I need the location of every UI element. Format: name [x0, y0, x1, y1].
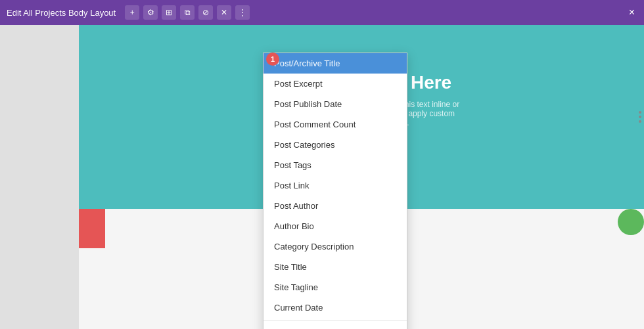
- dropdown-item-author-bio[interactable]: Author Bio: [264, 216, 407, 236]
- dropdown-item-post-link[interactable]: Post Link: [264, 175, 407, 196]
- dropdown-menu: Post/Archive Title Post Excerpt Post Pub…: [263, 53, 407, 329]
- main-area: Your Title Goes Here Your content goes h…: [0, 25, 644, 329]
- layout-icon[interactable]: ⊞: [162, 5, 176, 20]
- dropdown-item-post-author[interactable]: Post Author: [264, 196, 407, 216]
- copy-icon[interactable]: ⧉: [180, 5, 195, 20]
- dropdown-item-post-comment-count[interactable]: Post Comment Count: [264, 114, 407, 135]
- left-sidebar-strip: [0, 25, 79, 329]
- settings-icon[interactable]: ⚙: [143, 5, 158, 20]
- close-button[interactable]: ×: [626, 4, 637, 21]
- title-bar-title: Edit All Projects Body Layout: [7, 8, 116, 18]
- dropdown-item-site-title[interactable]: Site Title: [264, 257, 407, 277]
- dropdown-badge: 1: [266, 53, 279, 66]
- dropdown-item-post-categories[interactable]: Post Categories: [264, 135, 407, 155]
- section-dots-right[interactable]: [636, 108, 644, 125]
- add-icon[interactable]: +: [125, 5, 139, 20]
- dropdown-item-site-tagline[interactable]: Site Tagline: [264, 277, 407, 297]
- delete-icon[interactable]: ✕: [217, 5, 231, 20]
- dropdown-item-current-date[interactable]: Current Date: [264, 297, 407, 318]
- disable-icon[interactable]: ⊘: [198, 5, 213, 20]
- dropdown-divider-1: [264, 320, 407, 321]
- dropdown-item-post-archive-title[interactable]: Post/Archive Title: [264, 53, 407, 74]
- dropdown-section-custom-fields: Custom Fields: [264, 324, 407, 329]
- green-accent-circle: [618, 209, 644, 235]
- dropdown-item-post-excerpt[interactable]: Post Excerpt: [264, 74, 407, 94]
- title-bar-left: Edit All Projects Body Layout + ⚙ ⊞ ⧉ ⊘ …: [7, 5, 250, 20]
- dropdown-item-post-publish-date[interactable]: Post Publish Date: [264, 94, 407, 114]
- title-bar: Edit All Projects Body Layout + ⚙ ⊞ ⧉ ⊘ …: [0, 0, 644, 25]
- more-icon[interactable]: ⋮: [235, 5, 250, 20]
- dropdown-item-category-description[interactable]: Category Description: [264, 236, 407, 257]
- red-accent-block: [79, 209, 105, 248]
- dropdown-item-post-tags[interactable]: Post Tags: [264, 155, 407, 175]
